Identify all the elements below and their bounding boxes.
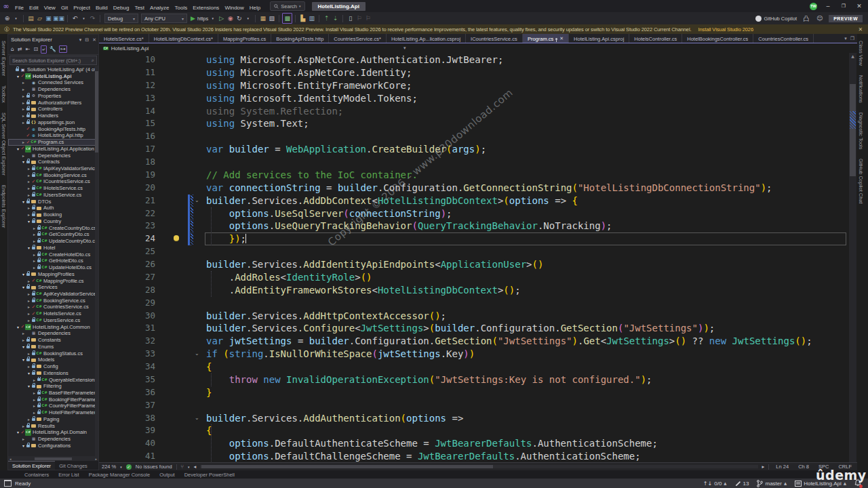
tab-hotellisting-api-csproj[interactable]: HotelListing.Api.csproj xyxy=(569,34,629,43)
collapse-region-icon[interactable]: ⌄ xyxy=(195,195,199,207)
save-icon[interactable]: ▣ xyxy=(44,14,53,23)
prev-bookmark-icon[interactable]: ⚐ xyxy=(355,14,363,23)
tab-program-cs[interactable]: Program.cs✕ xyxy=(523,34,569,43)
save-all-icon[interactable]: ▣▣ xyxy=(53,14,64,23)
tree-item-usersservice-cs[interactable]: ▸C#UsersService.cs xyxy=(8,317,98,324)
tree-item-filtering[interactable]: ▾Filtering xyxy=(8,383,98,390)
feedback-icon[interactable]: ☺ xyxy=(815,14,824,23)
editor-vertical-scrollbar[interactable]: ▲ xyxy=(849,53,856,462)
tree-item-appsettings-json[interactable]: ▸{}appsettings.json xyxy=(8,119,98,126)
tree-item-bookingfilterparameters-cs[interactable]: ▸C#BookingFilterParameters.cs xyxy=(8,396,98,403)
tree-item-dependencies[interactable]: ▸▦Dependencies xyxy=(8,436,98,443)
tree-item-bookingservice-cs[interactable]: ▸C#BookingService.cs xyxy=(8,298,98,304)
background-tasks-icon[interactable] xyxy=(4,480,12,487)
expand-icon[interactable]: ▸ xyxy=(26,310,31,317)
tab-hotellisting-ap-lication-csproj[interactable]: HotelListing.Ap...lication.csproj xyxy=(387,34,466,43)
tree-item-bookingapitests-http[interactable]: ✓⊕BookingApiTests.http xyxy=(8,126,98,133)
tree-item-dependencies[interactable]: ▸▦Dependencies xyxy=(8,330,98,337)
collapse-icon[interactable]: ▾ xyxy=(16,73,20,80)
tree-item-queryableextensions-cs[interactable]: ▸C#QueryableExtensions.cs xyxy=(8,377,98,384)
expand-icon[interactable]: ▸ xyxy=(21,86,26,93)
collapse-icon[interactable]: ▾ xyxy=(21,443,26,449)
menu-view[interactable]: View xyxy=(41,5,58,11)
expand-icon[interactable]: ▸ xyxy=(26,363,31,370)
tree-item-mappingprofile-cs[interactable]: ▸✓C#MappingProfile.cs xyxy=(8,278,98,285)
tree-item-hotellisting-api-domain[interactable]: ▾✓C#HotelListing.Api.Domain xyxy=(8,429,98,436)
menu-edit[interactable]: Edit xyxy=(26,5,41,11)
expand-icon[interactable]: ▸ xyxy=(21,79,26,86)
tool-tab-toolbox[interactable]: Toolbox xyxy=(1,85,7,103)
tree-item-authorizationfilters[interactable]: ▸AuthorizationFilters xyxy=(8,100,98,106)
tree-vertical-scrollbar[interactable] xyxy=(95,66,98,456)
code-line-19[interactable]: 19// Add services to the IoC container. xyxy=(99,169,849,182)
collapse-icon[interactable]: ▾ xyxy=(26,383,31,390)
github-copilot-button[interactable]: GitHub Copilot xyxy=(755,16,797,22)
home-icon[interactable]: ⌂ xyxy=(10,46,15,52)
menu-help[interactable]: Help xyxy=(247,5,263,11)
expand-icon[interactable]: ▸ xyxy=(21,100,26,106)
code-line-31[interactable]: 31builder.Services.Configure<JwtSettings… xyxy=(99,322,849,335)
scrollbar-thumb[interactable] xyxy=(850,84,856,176)
code-line-10[interactable]: 10using Microsoft.AspNetCore.Authenticat… xyxy=(99,54,849,66)
tree-item-hotelsservice-cs[interactable]: ▸✓C#HotelsService.cs xyxy=(8,310,98,317)
tab-mappingprofiles-cs[interactable]: MappingProfiles.cs xyxy=(218,34,271,43)
expand-icon[interactable]: ▸ xyxy=(32,238,37,245)
open-folder-icon[interactable]: ▱ xyxy=(35,14,44,23)
tree-item-country[interactable]: ▾Country xyxy=(8,218,98,225)
collapse-icon[interactable]: ▾ xyxy=(16,429,20,436)
close-panel-icon[interactable]: ✕ xyxy=(92,37,96,43)
pin-tab-icon[interactable] xyxy=(555,38,557,40)
tool-tab-diagnostic-tools[interactable]: Diagnostic Tools xyxy=(858,113,864,149)
tool-tab-github-copilot-chat[interactable]: GitHub Copilot Chat xyxy=(858,159,864,204)
redo-icon[interactable]: ↷ xyxy=(88,14,97,23)
breadcrumb-project[interactable]: HotelListing.Api xyxy=(111,45,149,52)
tree-item-getcountrydto-cs[interactable]: ▸C#GetCountryDto.cs xyxy=(8,231,98,238)
pending-edits-button[interactable]: 13 xyxy=(735,481,749,487)
expand-icon[interactable]: ▸ xyxy=(26,350,31,357)
code-line-34[interactable]: 34{ xyxy=(99,361,849,373)
tab-icountriesservice-cs[interactable]: ICountriesService.cs xyxy=(466,34,523,43)
collapse-icon[interactable]: ▾ xyxy=(21,199,26,205)
class-diagram-icon[interactable]: ▥ xyxy=(307,14,316,23)
show-all-files-icon[interactable]: ⊶ xyxy=(59,45,67,53)
tab-countriesservice-cs-[interactable]: CountriesService.cs* xyxy=(329,34,387,43)
sync-with-active-doc-icon[interactable]: ⇄ xyxy=(17,46,23,52)
docker-icon[interactable]: ▩ xyxy=(282,13,292,24)
panel-tab-developer-powershell[interactable]: Developer PowerShell xyxy=(184,472,235,478)
expand-icon[interactable]: ▸ xyxy=(26,185,31,192)
tree-item-program-cs[interactable]: ▸✓C#Program.cs xyxy=(8,139,98,146)
tree-item-extensions[interactable]: ▾Extensions xyxy=(8,370,98,377)
tree-item-dependencies[interactable]: ▸▦Dependencies xyxy=(8,86,98,93)
tree-item-ibookingservice-cs[interactable]: ▸C#IBookingService.cs xyxy=(8,172,98,179)
tree-item-hotellisting-api-common[interactable]: ▾✓C#HotelListing.Api.Common xyxy=(8,324,98,331)
code-line-37[interactable]: 37 xyxy=(99,399,849,412)
tree-item-config[interactable]: ▸Config xyxy=(8,363,98,370)
collapse-region-icon[interactable]: ⌄ xyxy=(195,348,199,361)
expand-icon[interactable]: ▸ xyxy=(32,231,37,238)
expand-icon[interactable]: ▸ xyxy=(32,396,37,403)
tree-item-dependencies[interactable]: ▸▦Dependencies xyxy=(8,152,98,159)
sync-commits-button[interactable]: ↑↓ 0/0 ▲ xyxy=(703,481,727,487)
collapse-icon[interactable]: ▾ xyxy=(21,271,26,278)
branch-button[interactable]: master ▲ xyxy=(757,480,787,487)
navigate-back-icon[interactable]: ⊕ xyxy=(3,14,12,23)
user-avatar[interactable]: TW xyxy=(810,3,817,10)
expand-icon[interactable]: ▸ xyxy=(21,330,26,337)
restart-caret-icon[interactable]: ▾ xyxy=(243,14,252,23)
expand-icon[interactable]: ▸ xyxy=(32,225,37,232)
restart-icon[interactable]: ↻ xyxy=(235,14,243,23)
code-line-25[interactable]: 25 xyxy=(99,245,849,258)
panel-options-caret-icon[interactable]: ▾ xyxy=(79,37,82,43)
code-line-20[interactable]: 20var connectionString = builder.Configu… xyxy=(99,182,849,195)
tree-item-mappingprofiles[interactable]: ▾MappingProfiles xyxy=(8,271,98,278)
source-control-status-icon[interactable]: ⑂ xyxy=(181,464,184,470)
tab-hotelsservice-cs-[interactable]: HotelsService.cs* xyxy=(99,34,149,43)
tree-item-services[interactable]: ▾Services xyxy=(8,284,98,291)
solution-platforms-select[interactable]: Any CPU ▾ xyxy=(141,14,187,23)
expand-icon[interactable]: ▸ xyxy=(32,377,37,384)
menu-build[interactable]: Build xyxy=(93,5,111,11)
expand-icon[interactable]: ▸ xyxy=(26,192,31,199)
collapse-icon[interactable]: ▾ xyxy=(21,344,26,350)
expand-icon[interactable]: ▸ xyxy=(26,304,31,310)
menu-extensions[interactable]: Extensions xyxy=(190,5,222,11)
